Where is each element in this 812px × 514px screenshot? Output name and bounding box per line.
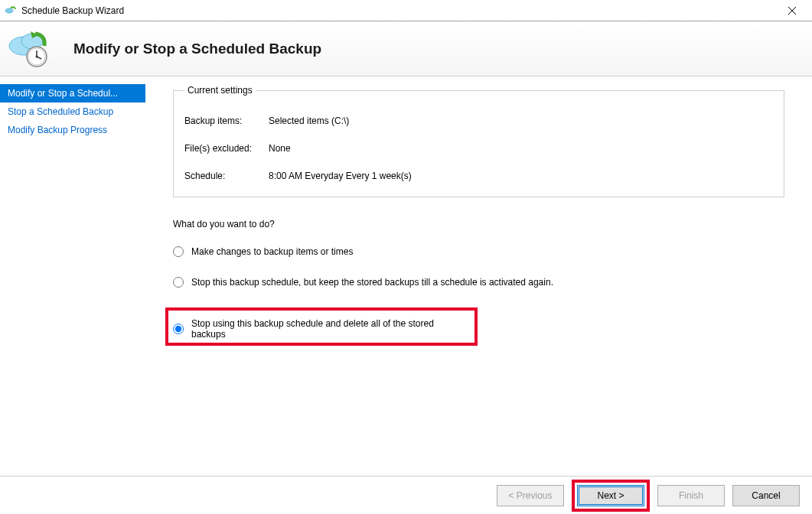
next-button[interactable]: Next >: [577, 485, 644, 506]
settings-row-files-excluded: File(s) excluded: None: [184, 143, 773, 154]
svg-point-11: [36, 55, 38, 57]
value-files-excluded: None: [269, 143, 773, 154]
label-backup-items: Backup items:: [184, 115, 269, 126]
radio-input-make-changes[interactable]: [173, 246, 184, 257]
value-backup-items: Selected items (C:\): [269, 115, 773, 126]
highlighted-next: Next >: [572, 480, 650, 512]
radio-stop-keep[interactable]: Stop this backup schedule, but keep the …: [173, 277, 784, 288]
sidebar-item-stop-scheduled[interactable]: Stop a Scheduled Backup: [0, 102, 145, 121]
radio-input-stop-keep[interactable]: [173, 277, 184, 288]
titlebar: Schedule Backup Wizard: [0, 0, 812, 21]
current-settings-legend: Current settings: [184, 85, 256, 96]
wizard-header: Modify or Stop a Scheduled Backup: [0, 21, 812, 76]
main-content: Current settings Backup items: Selected …: [145, 76, 812, 476]
settings-row-backup-items: Backup items: Selected items (C:\): [184, 115, 773, 126]
highlighted-option: Stop using this backup schedule and dele…: [165, 307, 478, 346]
label-schedule: Schedule:: [184, 171, 269, 181]
radio-make-changes[interactable]: Make changes to backup items or times: [173, 246, 784, 257]
close-button[interactable]: [777, 2, 807, 20]
label-files-excluded: File(s) excluded:: [184, 143, 269, 154]
wizard-steps-sidebar: Modify or Stop a Schedul... Stop a Sched…: [0, 76, 145, 476]
question-prompt: What do you want to do?: [173, 219, 784, 229]
sidebar-item-modify-progress[interactable]: Modify Backup Progress: [0, 121, 145, 139]
wizard-footer: < Previous Next > Finish Cancel: [0, 476, 812, 514]
cancel-button[interactable]: Cancel: [732, 485, 800, 506]
radio-stop-delete[interactable]: Stop using this backup schedule and dele…: [173, 318, 470, 340]
radio-label-make-changes: Make changes to backup items or times: [191, 246, 353, 257]
backup-cloud-clock-icon: [8, 28, 51, 70]
sidebar-item-modify-stop[interactable]: Modify or Stop a Schedul...: [0, 84, 145, 102]
radio-label-stop-delete: Stop using this backup schedule and dele…: [191, 318, 470, 340]
finish-button: Finish: [657, 485, 725, 506]
svg-point-0: [5, 8, 13, 13]
radio-label-stop-keep: Stop this backup schedule, but keep the …: [191, 277, 553, 288]
current-settings-group: Current settings Backup items: Selected …: [173, 90, 784, 197]
radio-input-stop-delete[interactable]: [173, 324, 184, 334]
settings-row-schedule: Schedule: 8:00 AM Everyday Every 1 week(…: [184, 171, 773, 181]
window-title: Schedule Backup Wizard: [21, 5, 777, 16]
previous-button: < Previous: [497, 485, 564, 506]
page-title: Modify or Stop a Scheduled Backup: [73, 41, 321, 57]
value-schedule: 8:00 AM Everyday Every 1 week(s): [269, 171, 773, 181]
app-icon: [5, 5, 17, 17]
